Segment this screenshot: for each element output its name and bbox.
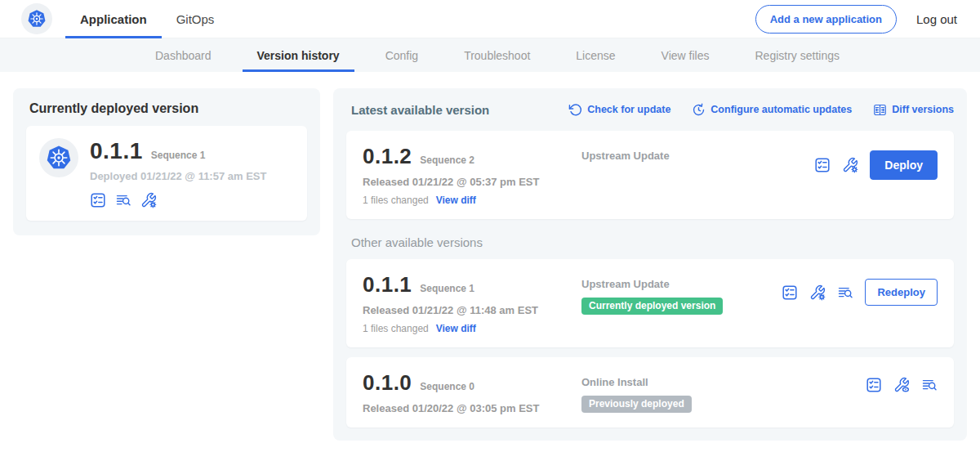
deploy-button[interactable]: Deploy bbox=[870, 150, 938, 180]
latest-available-title: Latest available version bbox=[346, 103, 489, 117]
released-timestamp: Released 01/21/22 @ 05:37 pm EST bbox=[363, 176, 568, 188]
deployed-version-label: 0.1.1 bbox=[90, 138, 143, 164]
sequence-label: Sequence 1 bbox=[420, 283, 474, 294]
deployed-version-card: 0.1.1 Sequence 1 Deployed 01/21/22 @ 11:… bbox=[26, 126, 307, 221]
version-source-label: Upstream Update bbox=[581, 150, 769, 162]
version-history-page: Application GitOps Add a new application… bbox=[0, 0, 980, 461]
release-notes-icon[interactable] bbox=[782, 284, 798, 301]
top-nav-tabs: Application GitOps bbox=[65, 0, 229, 38]
released-timestamp: Released 01/20/22 @ 03:05 pm EST bbox=[363, 402, 568, 414]
configure-automatic-updates-label: Configure automatic updates bbox=[710, 104, 852, 115]
deployed-timestamp: Deployed 01/21/22 @ 11:57 am EST bbox=[90, 170, 266, 182]
subnav-troubleshoot[interactable]: Troubleshoot bbox=[441, 38, 553, 72]
kubernetes-app-icon bbox=[47, 145, 71, 170]
edit-config-icon[interactable] bbox=[842, 157, 858, 173]
release-notes-icon[interactable] bbox=[90, 192, 106, 208]
files-changed-label: 1 files changed bbox=[363, 195, 429, 206]
release-notes-icon[interactable] bbox=[866, 377, 882, 393]
view-config-icon[interactable] bbox=[893, 377, 910, 393]
check-for-update-label: Check for update bbox=[587, 104, 670, 115]
kubernetes-logo-icon bbox=[28, 10, 46, 28]
subnav-config[interactable]: Config bbox=[363, 38, 441, 72]
version-source-label: Upstream Update bbox=[581, 278, 769, 290]
app-sub-nav: Dashboard Version history Config Trouble… bbox=[0, 38, 980, 72]
view-diff-link[interactable]: View diff bbox=[436, 195, 476, 206]
subnav-view-files[interactable]: View files bbox=[639, 38, 733, 72]
top-nav-right: Add a new application Log out bbox=[755, 0, 980, 38]
subnav-dashboard[interactable]: Dashboard bbox=[132, 38, 234, 72]
version-label: 0.1.2 bbox=[363, 144, 412, 169]
logout-button[interactable]: Log out bbox=[916, 12, 957, 26]
version-label: 0.1.1 bbox=[363, 272, 412, 298]
app-logo bbox=[21, 3, 52, 34]
updates-actions: Check for update Configure automatic upd… bbox=[568, 103, 954, 117]
edit-config-icon[interactable] bbox=[809, 284, 826, 301]
version-card-0-1-0: 0.1.0 Sequence 0 Released 01/20/22 @ 03:… bbox=[346, 357, 954, 427]
deployed-sequence-label: Sequence 1 bbox=[151, 150, 206, 161]
redeploy-button[interactable]: Redeploy bbox=[865, 279, 938, 306]
version-label: 0.1.0 bbox=[363, 370, 412, 396]
add-application-button[interactable]: Add a new application bbox=[755, 5, 897, 34]
tab-application[interactable]: Application bbox=[65, 0, 162, 38]
version-card-0-1-2: 0.1.2 Sequence 2 Released 01/21/22 @ 05:… bbox=[346, 131, 954, 219]
files-changed-label: 1 files changed bbox=[363, 323, 429, 334]
sequence-label: Sequence 2 bbox=[420, 154, 474, 166]
view-logs-icon[interactable] bbox=[837, 284, 853, 301]
updates-header: Latest available version Check for updat… bbox=[346, 98, 954, 121]
currently-deployed-panel: Currently deployed version 0.1.1 Sequenc… bbox=[13, 88, 320, 235]
refresh-icon bbox=[568, 103, 582, 117]
released-timestamp: Released 01/21/22 @ 11:48 am EST bbox=[363, 304, 568, 316]
version-source-label: Online Install bbox=[581, 376, 769, 388]
diff-versions-label: Diff versions bbox=[892, 104, 954, 115]
diff-versions-link[interactable]: Diff versions bbox=[873, 103, 954, 117]
subnav-license[interactable]: License bbox=[553, 38, 638, 72]
sequence-label: Sequence 0 bbox=[420, 381, 474, 392]
app-badge bbox=[39, 138, 78, 177]
edit-config-icon[interactable] bbox=[140, 192, 157, 208]
check-for-update-link[interactable]: Check for update bbox=[568, 103, 670, 117]
other-available-versions-title: Other available versions bbox=[351, 235, 954, 249]
diff-icon bbox=[873, 103, 887, 117]
release-notes-icon[interactable] bbox=[814, 157, 831, 173]
view-logs-icon[interactable] bbox=[921, 377, 938, 393]
subnav-version-history[interactable]: Version history bbox=[234, 38, 363, 72]
top-nav: Application GitOps Add a new application… bbox=[0, 0, 980, 38]
available-versions-panel: Latest available version Check for updat… bbox=[333, 88, 967, 441]
version-card-0-1-1: 0.1.1 Sequence 1 Released 01/21/22 @ 11:… bbox=[346, 259, 954, 347]
subnav-registry-settings[interactable]: Registry settings bbox=[732, 38, 862, 72]
view-diff-link[interactable]: View diff bbox=[436, 323, 476, 334]
deployed-panel-title: Currently deployed version bbox=[26, 100, 307, 116]
configure-automatic-updates-link[interactable]: Configure automatic updates bbox=[692, 103, 852, 117]
previously-deployed-badge: Previously deployed bbox=[581, 396, 692, 413]
currently-deployed-badge: Currently deployed version bbox=[581, 298, 723, 315]
clock-refresh-icon bbox=[692, 103, 706, 117]
view-logs-icon[interactable] bbox=[115, 192, 131, 208]
tab-gitops[interactable]: GitOps bbox=[162, 0, 229, 38]
